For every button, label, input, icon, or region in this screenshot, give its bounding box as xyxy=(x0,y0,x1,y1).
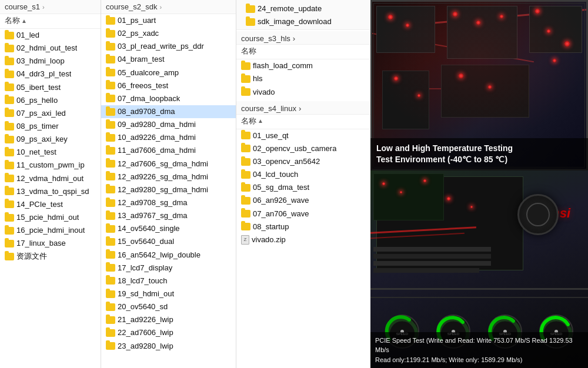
list-item[interactable]: 10_net_test xyxy=(0,146,101,159)
folder-icon xyxy=(5,109,14,117)
list-item[interactable]: 02_opencv_usb_camera xyxy=(236,142,370,155)
s3-chevron: › xyxy=(293,34,295,43)
list-item[interactable]: 22_ad7606_lwip xyxy=(101,326,236,339)
panel1-title: course_s1 xyxy=(5,2,40,11)
s4-col-header: 名称 ▲ xyxy=(236,115,370,129)
panel2-header: course_s2_sdk › xyxy=(101,0,236,14)
list-item[interactable]: 17_lcd7_display xyxy=(101,262,236,275)
folder-icon xyxy=(106,212,115,220)
panel1-header: course_s1 › xyxy=(0,0,101,14)
zip-icon: Z xyxy=(241,235,249,245)
list-item[interactable]: 01_ps_uart xyxy=(101,14,236,27)
list-item[interactable]: 03_opencv_an5642 xyxy=(236,155,370,168)
folder-icon xyxy=(106,108,115,116)
list-item[interactable]: 02_ps_xadc xyxy=(101,27,236,40)
list-item[interactable]: 11_ad7606_dma_hdmi xyxy=(101,144,236,157)
folder-icon xyxy=(106,238,115,246)
list-item[interactable]: 09_ps_axi_key xyxy=(0,133,101,146)
list-item[interactable]: 16_pcie_hdmi_inout xyxy=(0,224,101,237)
list-item[interactable]: 05_sg_dma_test xyxy=(236,181,370,194)
list-item[interactable]: 02_hdmi_out_test xyxy=(0,42,101,55)
list-item[interactable]: 16_an5642_lwip_double xyxy=(101,249,236,262)
folder-icon xyxy=(106,251,115,259)
list-item[interactable]: 03_pl_read_write_ps_ddr xyxy=(101,40,236,53)
list-item[interactable]: 06_ps_hello xyxy=(0,94,101,107)
list-item[interactable]: 19_sd_hdmi_out xyxy=(101,287,236,300)
list-item[interactable]: 08_ps_timer xyxy=(0,120,101,133)
list-item[interactable]: 14_ov5640_single xyxy=(101,222,236,235)
list-item[interactable]: 08_startup xyxy=(236,220,370,233)
list-item[interactable]: 07_an706_wave xyxy=(236,208,370,220)
list-item[interactable]: vivado xyxy=(236,86,370,99)
folder-icon xyxy=(5,58,14,65)
folder-icon xyxy=(5,136,14,143)
folder-icon xyxy=(106,277,115,285)
list-item[interactable]: 04_lcd_touch xyxy=(236,168,370,181)
folder-icon xyxy=(5,240,14,247)
panel-course-s2-sdk: course_s2_sdk › 01_ps_uart 02_ps_xadc 03… xyxy=(101,0,236,368)
list-item[interactable]: 14_PCIe_test xyxy=(0,198,101,211)
list-item[interactable]: 13_ad9767_sg_dma xyxy=(101,209,236,222)
list-item[interactable]: 07_dma_loopback xyxy=(101,92,236,105)
list-item[interactable]: 18_lcd7_touch xyxy=(101,275,236,287)
folder-icon xyxy=(106,329,115,337)
folder-icon xyxy=(241,210,250,218)
list-item[interactable]: flash_load_comm xyxy=(236,59,370,72)
list-item[interactable]: 15_ov5640_dual xyxy=(101,235,236,248)
list-item[interactable]: 04_ddr3_pl_test xyxy=(0,68,101,81)
list-item[interactable]: 12_vdma_hdmi_out xyxy=(0,172,101,185)
panel3-s3-header: course_s3_hls › xyxy=(236,31,370,45)
list-item[interactable]: hls xyxy=(236,72,370,85)
list-item[interactable]: 20_ov5640_sd xyxy=(101,300,236,313)
folder-icon xyxy=(106,186,115,193)
panel1-content: 01_led 02_hdmi_out_test 03_hdmi_loop 04_… xyxy=(0,29,101,368)
top-image-overlay: Low and High Temperature Testing Test En… xyxy=(370,138,588,170)
list-item[interactable]: sdk_image_download xyxy=(241,15,366,28)
list-item[interactable]: 06_freeos_test xyxy=(101,79,236,92)
list-item[interactable]: 23_ad9280_lwip xyxy=(101,340,236,353)
panel1-chevron: › xyxy=(42,4,45,11)
folder-icon xyxy=(106,225,115,233)
list-item[interactable]: 01_use_qt xyxy=(236,129,370,142)
list-item[interactable]: Z vivado.zip xyxy=(236,233,370,246)
folder-icon xyxy=(5,71,14,78)
folder-icon xyxy=(106,69,115,76)
list-item[interactable]: 15_pcie_hdmi_out xyxy=(0,211,101,224)
list-item[interactable]: 09_ad9280_dma_hdmi xyxy=(101,118,236,131)
list-item[interactable]: 12_ad9708_sg_dma xyxy=(101,196,236,209)
folder-icon xyxy=(106,121,115,129)
list-item[interactable]: 07_ps_axi_led xyxy=(0,107,101,120)
list-item[interactable]: 24_remote_update xyxy=(241,2,366,15)
list-item[interactable]: 13_vdma_to_qspi_sd xyxy=(0,185,101,198)
folder-icon xyxy=(241,132,250,139)
s2-extra-items: 24_remote_update sdk_image_download xyxy=(236,0,370,30)
list-item[interactable]: 12_ad9280_sg_dma_hdmi xyxy=(101,183,236,196)
folder-icon xyxy=(106,17,115,25)
list-item[interactable]: 资源文件 xyxy=(0,250,101,263)
folder-icon xyxy=(106,95,115,102)
folder-icon xyxy=(106,134,115,142)
list-item[interactable]: 11_custom_pwm_ip xyxy=(0,159,101,172)
folder-icon xyxy=(241,88,250,96)
folder-icon xyxy=(5,175,14,182)
folder-icon xyxy=(5,149,14,156)
list-item[interactable]: 04_bram_test xyxy=(101,53,236,66)
panel3-content: 24_remote_update sdk_image_download cour… xyxy=(236,0,370,368)
list-item[interactable]: 05_dualcore_amp xyxy=(101,66,236,79)
list-item[interactable]: 06_an926_wave xyxy=(236,194,370,207)
folder-icon xyxy=(5,32,14,39)
list-item[interactable]: 10_ad9226_dma_hdmi xyxy=(101,131,236,144)
list-item[interactable]: 12_ad7606_sg_dma_hdmi xyxy=(101,158,236,170)
folder-icon xyxy=(246,18,255,26)
list-item[interactable]: 03_hdmi_loop xyxy=(0,55,101,68)
folder-icon xyxy=(106,56,115,63)
folder-icon xyxy=(241,145,250,152)
panel1-col-header: 名称 ▲ xyxy=(0,14,101,29)
list-item[interactable]: 12_ad9226_sg_dma_hdmi xyxy=(101,170,236,183)
list-item[interactable]: 05_ibert_test xyxy=(0,81,101,94)
list-item[interactable]: 17_linux_base xyxy=(0,237,101,250)
list-item[interactable]: 08_ad9708_dma xyxy=(101,105,236,118)
list-item[interactable]: 21_ad9226_lwip xyxy=(101,313,236,326)
folder-icon xyxy=(106,199,115,207)
list-item[interactable]: 01_led xyxy=(0,29,101,42)
